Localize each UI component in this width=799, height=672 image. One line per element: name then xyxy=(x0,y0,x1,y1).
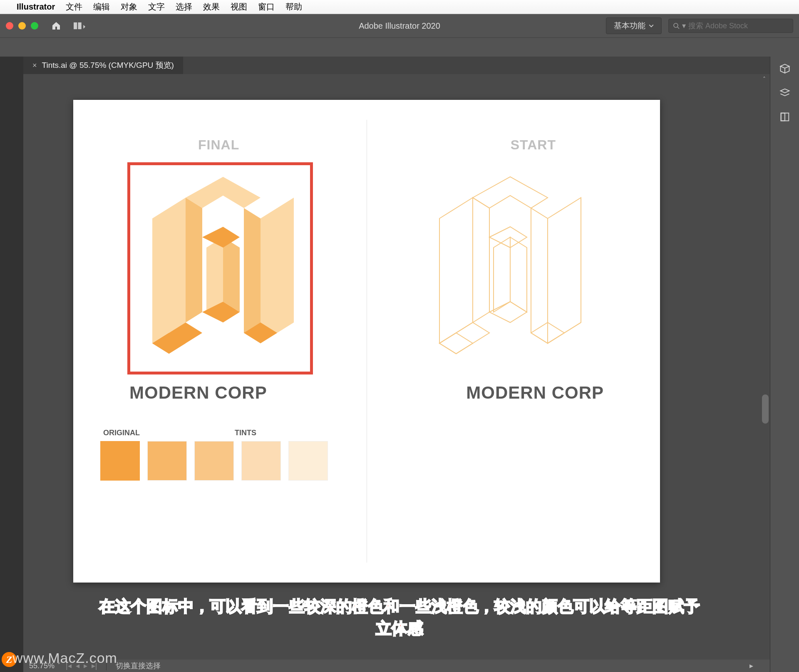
adobe-stock-search[interactable]: ▾ xyxy=(668,19,793,33)
watermark-text: www.MacZ.com xyxy=(12,650,117,666)
app-menu[interactable]: Illustrator xyxy=(17,2,55,12)
zoom-window-button[interactable] xyxy=(31,22,38,30)
svg-point-2 xyxy=(674,23,678,27)
svg-marker-26 xyxy=(244,208,261,343)
logo-final xyxy=(136,169,310,368)
artboard-divider xyxy=(367,120,367,563)
svg-rect-49 xyxy=(781,113,784,121)
menu-select[interactable]: 选择 xyxy=(176,1,192,12)
mac-menubar: Illustrator 文件 编辑 对象 文字 选择 效果 视图 窗口 帮助 xyxy=(0,0,799,14)
svg-marker-35 xyxy=(494,237,510,312)
svg-marker-23 xyxy=(261,198,294,343)
vertical-scrollbar[interactable]: ˄ xyxy=(761,74,770,660)
swatch-row xyxy=(100,441,328,481)
artboard: FINAL START xyxy=(73,100,660,583)
workspace-label: 基本功能 xyxy=(614,20,645,31)
menu-object[interactable]: 对象 xyxy=(121,1,137,12)
menu-effect[interactable]: 效果 xyxy=(203,1,220,12)
layout-icon xyxy=(74,22,85,30)
swatch-tint-1 xyxy=(147,441,187,481)
swatch-original xyxy=(100,441,140,481)
logo-text-final: MODERN CORP xyxy=(129,383,267,403)
svg-rect-1 xyxy=(78,22,82,29)
swatch-label-original: ORIGINAL xyxy=(103,429,140,437)
svg-marker-37 xyxy=(473,177,548,208)
heading-start: START xyxy=(511,137,556,153)
libraries-panel-button[interactable] xyxy=(777,109,793,125)
arrange-documents-button[interactable] xyxy=(69,19,90,33)
document-tab-bar: × Tints.ai @ 55.75% (CMYK/GPU 预览) xyxy=(23,57,770,74)
caption-line1: 在这个图标中，可以看到一些较深的橙色和一些浅橙色，较浅的颜色可以给等距图赋予 xyxy=(99,598,700,615)
svg-marker-34 xyxy=(439,198,473,343)
home-button[interactable] xyxy=(47,19,65,33)
control-bar: 未选择对象 xyxy=(0,37,799,57)
search-input[interactable] xyxy=(688,22,789,30)
swatch-label-tints: TINTS xyxy=(235,429,256,437)
minimize-window-button[interactable] xyxy=(18,22,26,30)
chevron-down-icon xyxy=(649,23,654,28)
menu-edit[interactable]: 编辑 xyxy=(93,1,110,12)
menu-help[interactable]: 帮助 xyxy=(285,1,302,12)
menu-file[interactable]: 文件 xyxy=(66,1,82,12)
tutorial-caption: 在这个图标中，可以看到一些较深的橙色和一些浅橙色，较浅的颜色可以给等距图赋予 立… xyxy=(0,595,799,640)
canvas[interactable]: FINAL START xyxy=(23,74,770,672)
logo-start xyxy=(423,169,598,368)
menu-type[interactable]: 文字 xyxy=(148,1,165,12)
svg-marker-40 xyxy=(510,237,527,312)
workspace-switcher[interactable]: 基本功能 xyxy=(606,17,662,34)
layers-panel-button[interactable] xyxy=(777,85,793,101)
document-area: × Tints.ai @ 55.75% (CMYK/GPU 预览) FINAL … xyxy=(23,57,770,672)
status-bar: 55.75% ˅ |◂ ◂ ▸ ▸| 切换直接选择 ▸ xyxy=(23,660,770,672)
svg-marker-38 xyxy=(473,198,489,322)
svg-marker-27 xyxy=(223,237,240,312)
app-body: × Tints.ai @ 55.75% (CMYK/GPU 预览) FINAL … xyxy=(0,57,799,672)
swatch-tint-3 xyxy=(241,441,281,481)
svg-marker-21 xyxy=(152,198,186,343)
search-icon xyxy=(673,22,680,29)
window-controls xyxy=(6,22,38,30)
svg-rect-0 xyxy=(74,22,77,29)
caption-line2: 立体感 xyxy=(376,620,423,637)
logo-text-start: MODERN CORP xyxy=(466,383,604,403)
close-tab-icon[interactable]: × xyxy=(32,61,37,70)
svg-marker-36 xyxy=(548,198,581,343)
properties-panel-button[interactable] xyxy=(777,61,793,77)
right-panel-dock xyxy=(770,57,799,672)
heading-final: FINAL xyxy=(198,137,239,153)
document-tab-label: Tints.ai @ 55.75% (CMYK/GPU 预览) xyxy=(42,60,174,71)
tool-hint: 切换直接选择 xyxy=(116,661,161,671)
menu-view[interactable]: 视图 xyxy=(231,1,247,12)
app-titlebar: Adobe Illustrator 2020 基本功能 ▾ xyxy=(0,14,799,37)
home-icon xyxy=(51,21,61,31)
swatch-tint-2 xyxy=(194,441,234,481)
status-menu-icon[interactable]: ▸ xyxy=(749,661,753,670)
svg-marker-43 xyxy=(439,333,473,354)
svg-marker-25 xyxy=(186,198,202,322)
svg-line-3 xyxy=(677,27,679,29)
app-title: Adobe Illustrator 2020 xyxy=(359,21,440,31)
svg-marker-22 xyxy=(206,237,223,312)
svg-marker-39 xyxy=(531,208,548,343)
document-tab[interactable]: × Tints.ai @ 55.75% (CMYK/GPU 预览) xyxy=(23,57,183,74)
scroll-thumb[interactable] xyxy=(762,394,769,424)
svg-marker-24 xyxy=(186,177,261,208)
swatch-tint-4 xyxy=(288,441,328,481)
menu-window[interactable]: 窗口 xyxy=(258,1,275,12)
scroll-up-icon[interactable]: ˄ xyxy=(763,76,766,82)
svg-marker-42 xyxy=(489,302,527,322)
close-window-button[interactable] xyxy=(6,22,13,30)
